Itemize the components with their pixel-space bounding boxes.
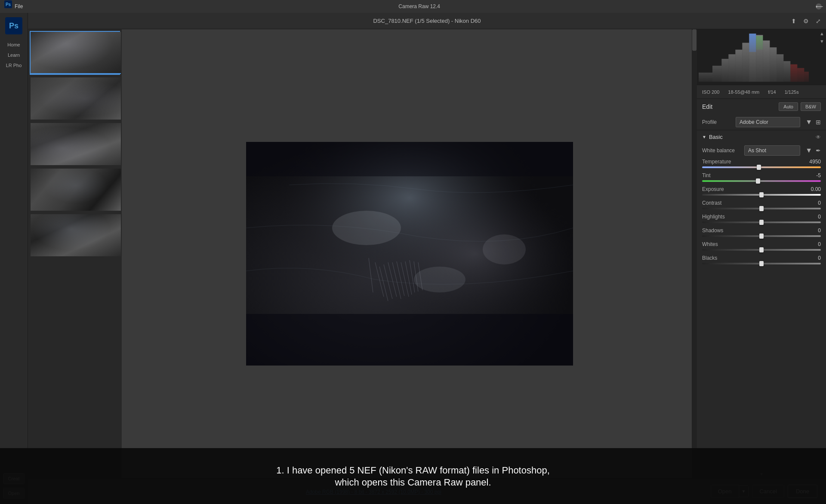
svg-rect-34 — [790, 65, 797, 82]
slider-thumb-shadows[interactable] — [759, 234, 764, 239]
filmstrip — [28, 29, 122, 478]
bw-button[interactable]: B&W — [801, 102, 821, 111]
svg-point-16 — [414, 267, 465, 292]
cr-titlebar-icons: ⬆ ⚙ ⤢ — [791, 18, 821, 25]
slider-track-temperature[interactable] — [702, 166, 821, 168]
basic-collapse-arrow: ▼ — [702, 135, 706, 139]
slider-value-contrast: 0 — [806, 200, 821, 206]
caption-overlay: 1. I have opened 5 NEF (Nikon's RAW form… — [0, 448, 826, 504]
slider-value-blacks: 0 — [806, 255, 821, 261]
svg-rect-35 — [797, 68, 804, 82]
slider-thumb-exposure[interactable] — [759, 192, 764, 197]
shutter-value: 1/125s — [785, 89, 799, 95]
profile-select[interactable]: Adobe Color — [736, 117, 800, 127]
svg-point-17 — [483, 234, 526, 264]
minimize-button[interactable]: ⟵ — [816, 3, 822, 9]
edit-panel-content: Edit Auto B&W Profile Adobe Color ▼ ⊞ ▼ … — [697, 99, 826, 470]
caption-line-1: 1. I have opened 5 NEF (Nikon's RAW form… — [276, 464, 550, 477]
basic-visibility-icon[interactable]: 👁 — [816, 134, 821, 140]
svg-rect-28 — [749, 34, 756, 52]
slider-row-temperature: Temperature4950 — [697, 157, 826, 171]
nav-lr[interactable]: LR Pho — [4, 61, 24, 70]
slider-track-highlights[interactable] — [702, 221, 821, 223]
filmstrip-thumb-1[interactable] — [30, 31, 120, 75]
auto-button[interactable]: Auto — [779, 102, 798, 111]
slider-track-exposure[interactable] — [702, 194, 821, 196]
fullscreen-icon[interactable]: ⤢ — [816, 18, 821, 25]
basic-section-header[interactable]: ▼ Basic 👁 — [697, 130, 826, 144]
iso-value: ISO 200 — [702, 89, 719, 95]
nav-learn[interactable]: Learn — [6, 51, 22, 59]
caption-line-2: which opens this Camera Raw panel. — [335, 477, 491, 488]
basic-section-title: Basic — [709, 134, 723, 140]
edit-section-header: Edit Auto B&W — [697, 99, 826, 114]
filmstrip-thumb-4[interactable] — [30, 168, 120, 212]
nav-home[interactable]: Home — [6, 40, 22, 49]
shadow-warning-icon[interactable]: ▼ — [820, 39, 824, 44]
white-balance-row: White balance As Shot ▼ ✒ — [697, 144, 826, 157]
lens-value: 18-55@48 mm — [728, 89, 759, 95]
share-icon[interactable]: ⬆ — [791, 18, 796, 25]
edit-action-buttons: Auto B&W — [779, 102, 821, 111]
svg-rect-31 — [770, 47, 777, 82]
slider-label-shadows: Shadows — [702, 227, 723, 234]
slider-row-blacks: Blacks0 — [697, 254, 826, 267]
camera-raw-window: DSC_7810.NEF (1/5 Selected) - Nikon D60 … — [28, 13, 826, 504]
slider-row-shadows: Shadows0 — [697, 226, 826, 240]
slider-value-tint: -5 — [806, 172, 821, 178]
filmstrip-thumb-5[interactable] — [30, 213, 120, 257]
wb-dropdown-icon[interactable]: ▼ — [805, 147, 812, 154]
slider-track-shadows[interactable] — [702, 235, 821, 237]
preview-image — [246, 142, 573, 366]
menu-file[interactable]: File — [15, 3, 23, 9]
slider-track-blacks[interactable] — [702, 263, 821, 264]
slider-thumb-contrast[interactable] — [759, 206, 764, 211]
filmstrip-thumb-3[interactable] — [30, 122, 120, 166]
svg-rect-24 — [735, 50, 742, 82]
camera-info-bar: ISO 200 18-55@48 mm f/14 1/125s — [697, 85, 826, 99]
panel-scrollbar[interactable] — [692, 29, 697, 478]
filmstrip-thumb-2[interactable] — [30, 77, 120, 120]
slider-value-exposure: 0.00 — [806, 186, 821, 192]
profile-grid-icon[interactable]: ⊞ — [816, 119, 821, 126]
slider-thumb-highlights[interactable] — [759, 220, 764, 225]
slider-label-temperature: Temperature — [702, 159, 731, 165]
svg-rect-19 — [246, 142, 573, 176]
slider-track-tint[interactable] — [702, 180, 821, 182]
slider-thumb-blacks[interactable] — [759, 261, 764, 266]
slider-row-highlights: Highlights0 — [697, 212, 826, 226]
slider-track-contrast[interactable] — [702, 208, 821, 209]
slider-label-highlights: Highlights — [702, 214, 725, 220]
slider-thumb-temperature[interactable] — [757, 165, 761, 170]
profile-label: Profile — [702, 119, 732, 125]
slider-row-tint: Tint-5 — [697, 171, 826, 185]
slider-label-contrast: Contrast — [702, 200, 721, 206]
white-balance-label: White balance — [702, 148, 741, 154]
svg-rect-22 — [721, 59, 728, 82]
cr-title: DSC_7810.NEF (1/5 Selected) - Nikon D60 — [373, 18, 481, 24]
white-balance-select[interactable]: As Shot — [744, 145, 800, 156]
highlight-warning-icon[interactable]: ▲ — [820, 31, 824, 36]
slider-label-exposure: Exposure — [702, 186, 724, 192]
profile-dropdown-icon[interactable]: ▼ — [805, 118, 812, 126]
slider-value-shadows: 0 — [806, 227, 821, 234]
slider-thumb-whites[interactable] — [759, 247, 764, 252]
window-controls: ⟵ — [816, 3, 822, 9]
left-navigation: Ps Home Learn LR Pho Creat Open — [0, 13, 28, 504]
slider-row-whites: Whites0 — [697, 240, 826, 254]
histogram-chart — [699, 30, 809, 83]
titlebar-ps-icon: Ps — [4, 0, 12, 8]
histogram-area: ▲ ▼ — [697, 29, 826, 85]
preview-svg — [246, 142, 573, 366]
right-panel: ▲ ▼ ISO 200 18-55@48 mm f/14 1/125s Edit… — [697, 29, 826, 478]
window-title: Camera Raw 12.4 — [23, 3, 816, 9]
main-canvas — [122, 29, 697, 478]
white-balance-eyedropper[interactable]: ✒ — [816, 147, 821, 154]
title-bar: Ps File Camera Raw 12.4 ⟵ — [0, 0, 826, 13]
svg-rect-25 — [742, 43, 749, 82]
slider-value-temperature: 4950 — [806, 159, 821, 165]
slider-label-blacks: Blacks — [702, 255, 717, 261]
slider-thumb-tint[interactable] — [756, 178, 760, 184]
settings-icon[interactable]: ⚙ — [803, 18, 809, 25]
slider-track-whites[interactable] — [702, 249, 821, 251]
